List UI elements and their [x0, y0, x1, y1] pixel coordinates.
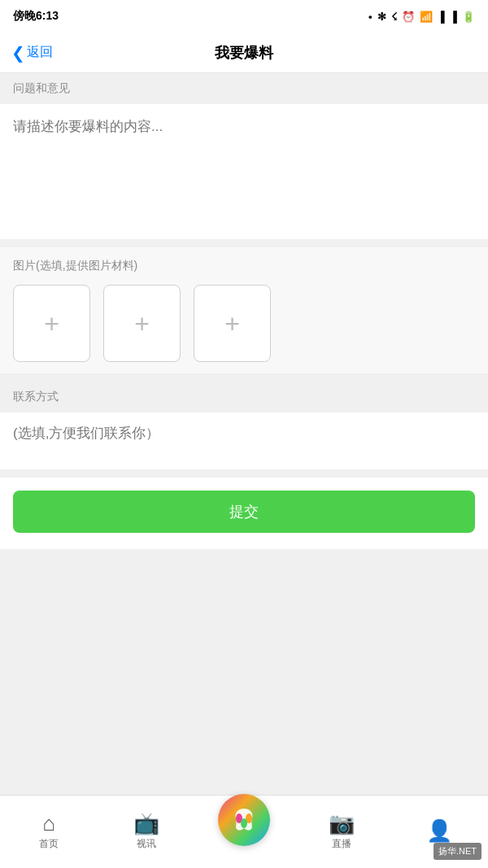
- nav-live-label: 直播: [332, 837, 351, 851]
- center-logo-icon: [229, 805, 259, 835]
- page-title: 我要爆料: [215, 43, 273, 63]
- nav-item-live[interactable]: 📷 直播: [293, 813, 390, 851]
- add-image-1-icon: +: [44, 311, 59, 337]
- center-circle: [218, 794, 270, 846]
- nav-home-label: 首页: [39, 837, 59, 851]
- wifi-icon: 📶: [420, 11, 433, 23]
- divider-1: [0, 239, 488, 247]
- image-slot-1[interactable]: +: [13, 285, 90, 362]
- divider-2: [0, 373, 488, 382]
- image-slot-2[interactable]: +: [103, 285, 181, 362]
- image-slots: + + +: [13, 285, 475, 362]
- nav-item-video[interactable]: 📺 视讯: [98, 813, 195, 851]
- alarm-icon: ⏰: [402, 11, 415, 23]
- svg-point-2: [241, 818, 247, 828]
- watermark: 扬华.NET: [434, 843, 481, 860]
- contact-header: 联系方式: [0, 382, 488, 412]
- content-input[interactable]: [13, 117, 475, 223]
- contact-section: 联系方式: [0, 382, 488, 469]
- video-icon: 📺: [133, 813, 159, 834]
- status-time: 傍晚6:13: [13, 9, 59, 24]
- image-slot-3[interactable]: +: [194, 285, 271, 362]
- back-chevron-icon: ❮: [11, 43, 25, 63]
- submit-button[interactable]: 提交: [13, 491, 475, 533]
- nav-bar: ❮ 返回 我要爆料: [0, 33, 488, 73]
- content-area: [0, 104, 488, 239]
- nav-video-label: 视讯: [137, 837, 156, 851]
- problem-section-header: 问题和意见: [0, 73, 488, 104]
- contact-input[interactable]: [13, 425, 475, 442]
- empty-space: [0, 549, 488, 696]
- add-image-3-icon: +: [224, 311, 240, 337]
- nav-item-profile[interactable]: 👤: [390, 820, 488, 844]
- bluetooth-icon: •: [368, 11, 373, 23]
- home-icon: ⌂: [42, 813, 55, 834]
- battery-icon: 🔋: [462, 11, 475, 23]
- image-upload-section: 图片(选填,提供图片材料) + + +: [0, 247, 488, 373]
- nav-item-home[interactable]: ⌂ 首页: [0, 813, 98, 851]
- status-icons: • ✻ ☇ ⏰ 📶 ▐ ▐ 🔋: [368, 11, 475, 23]
- image-upload-label: 图片(选填,提供图片材料): [13, 259, 475, 273]
- signal-icon: ☇: [391, 11, 397, 23]
- nav-item-center[interactable]: [195, 794, 293, 846]
- bluetooth-icon2: ✻: [377, 11, 386, 23]
- submit-container: 提交: [0, 478, 488, 549]
- contact-input-area: [0, 412, 488, 469]
- add-image-2-icon: +: [134, 311, 150, 337]
- back-button[interactable]: ❮ 返回: [11, 43, 53, 63]
- signal-bar1: ▐: [438, 11, 445, 23]
- back-label: 返回: [27, 44, 53, 61]
- divider-3: [0, 469, 488, 478]
- signal-bar2: ▐: [450, 11, 457, 23]
- profile-icon: 👤: [426, 820, 452, 841]
- bottom-nav: ⌂ 首页 📺 视讯 📷 直播 👤: [0, 795, 488, 868]
- live-icon: 📷: [329, 813, 355, 834]
- status-bar: 傍晚6:13 • ✻ ☇ ⏰ 📶 ▐ ▐ 🔋: [0, 0, 488, 33]
